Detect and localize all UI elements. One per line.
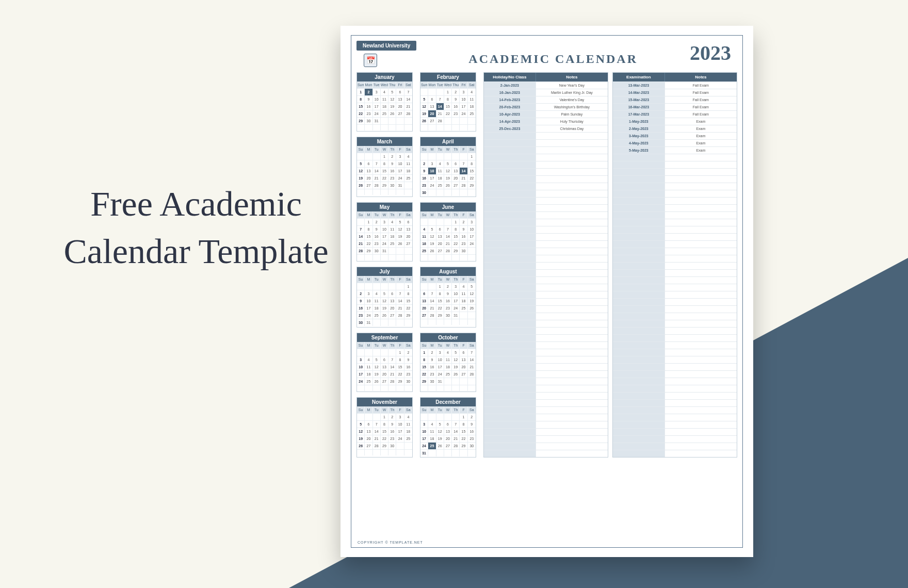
day-cell: 31 bbox=[365, 319, 372, 326]
day-cell: 14 bbox=[452, 428, 460, 435]
table-row bbox=[484, 320, 608, 327]
day-cell: 7 bbox=[357, 225, 365, 233]
note-cell: Washington's Birthday bbox=[536, 104, 608, 110]
day-cell: 15 bbox=[381, 167, 388, 174]
date-cell bbox=[613, 349, 665, 356]
day-cell: 9 bbox=[404, 356, 412, 363]
day-cell bbox=[365, 413, 372, 420]
day-cell: 15 bbox=[444, 103, 452, 110]
note-cell: Exam bbox=[665, 118, 737, 125]
day-cell: 27 bbox=[428, 117, 436, 124]
day-cell bbox=[460, 117, 467, 124]
days-grid: 1234567891011121314151617181920212223242… bbox=[420, 283, 476, 325]
day-cell: 26 bbox=[452, 370, 460, 378]
day-cell bbox=[460, 189, 467, 196]
table-row bbox=[613, 399, 737, 406]
table-row: 3-May-2023Exam bbox=[613, 132, 737, 139]
day-cell: 3 bbox=[357, 356, 365, 363]
day-cell: 5 bbox=[381, 290, 388, 297]
day-cell: 8 bbox=[381, 160, 388, 167]
dow-cell: Sa bbox=[468, 342, 476, 349]
header-left: Newland University 📅 bbox=[356, 41, 416, 67]
day-cell bbox=[452, 385, 460, 391]
day-cell bbox=[460, 385, 467, 391]
date-cell bbox=[613, 299, 665, 305]
day-cell bbox=[388, 247, 396, 254]
month-name: March bbox=[357, 137, 412, 146]
note-cell bbox=[665, 306, 737, 313]
day-cell: 4 bbox=[420, 225, 428, 233]
day-cell: 17 bbox=[373, 103, 381, 110]
dow-cell: Th bbox=[452, 276, 460, 283]
month-name: April bbox=[420, 137, 476, 146]
day-cell: 17 bbox=[396, 428, 404, 435]
day-cell: 23 bbox=[388, 174, 396, 182]
day-cell: 8 bbox=[460, 420, 467, 428]
table-row bbox=[484, 356, 608, 363]
day-cell bbox=[373, 319, 381, 326]
day-cell bbox=[428, 283, 436, 290]
day-cell: 30 bbox=[404, 378, 412, 385]
date-cell bbox=[484, 140, 536, 146]
table-row bbox=[613, 327, 737, 334]
note-cell bbox=[536, 277, 608, 284]
day-cell: 22 bbox=[420, 370, 428, 378]
table-row bbox=[484, 262, 608, 269]
day-cell bbox=[420, 254, 428, 260]
note-cell bbox=[665, 183, 737, 190]
day-cell: 8 bbox=[357, 95, 365, 103]
day-cell bbox=[468, 247, 476, 254]
day-cell: 9 bbox=[460, 225, 467, 233]
day-cell: 28 bbox=[357, 247, 365, 254]
day-cell: 24 bbox=[452, 304, 460, 312]
note-cell: Exam bbox=[665, 147, 737, 154]
day-cell: 6 bbox=[396, 88, 404, 95]
day-cell bbox=[420, 218, 428, 225]
day-cell: 7 bbox=[468, 349, 476, 356]
date-cell bbox=[484, 393, 536, 399]
day-cell: 16 bbox=[373, 233, 381, 240]
day-cell: 18 bbox=[365, 370, 372, 378]
day-cell bbox=[365, 349, 372, 356]
day-cell bbox=[388, 124, 396, 130]
day-cell: 17 bbox=[357, 370, 365, 378]
month-name: December bbox=[420, 398, 476, 406]
date-cell: 25-Dec-2023 bbox=[484, 125, 536, 132]
day-cell: 28 bbox=[404, 110, 412, 117]
day-cell: 9 bbox=[388, 160, 396, 167]
day-cell bbox=[373, 153, 381, 160]
day-cell bbox=[373, 413, 381, 420]
day-cell bbox=[452, 378, 460, 385]
day-cell bbox=[388, 319, 396, 326]
day-cell: 5 bbox=[357, 160, 365, 167]
day-cell bbox=[373, 385, 381, 391]
table-row bbox=[613, 219, 737, 226]
day-cell: 5 bbox=[468, 283, 476, 290]
day-cell bbox=[381, 189, 388, 195]
date-cell bbox=[613, 190, 665, 197]
dow-cell: Th bbox=[452, 342, 460, 349]
note-cell bbox=[536, 291, 608, 298]
day-cell: 19 bbox=[436, 435, 444, 442]
day-cell: 14 bbox=[373, 167, 381, 174]
table-row bbox=[613, 183, 737, 190]
table-row bbox=[484, 392, 608, 399]
day-cell bbox=[357, 189, 365, 195]
table-row: 13-Mar-2023Fall Exam bbox=[613, 81, 737, 89]
table-row bbox=[484, 276, 608, 284]
month-july: JulySuMTuWThFSa1234567891011121314151617… bbox=[356, 267, 413, 327]
day-cell: 13 bbox=[388, 297, 396, 304]
dow-cell: M bbox=[365, 276, 372, 283]
day-cell bbox=[373, 349, 381, 356]
dow-row: SuMTuWThFSa bbox=[420, 146, 476, 153]
dow-cell: M bbox=[428, 211, 436, 218]
day-cell bbox=[373, 254, 381, 260]
date-cell bbox=[613, 335, 665, 341]
date-cell: 1-May-2023 bbox=[613, 118, 665, 125]
dow-cell: W bbox=[444, 146, 452, 153]
day-cell bbox=[396, 247, 404, 254]
note-cell bbox=[536, 263, 608, 269]
day-cell bbox=[436, 449, 444, 456]
date-cell bbox=[484, 443, 536, 450]
day-cell: 24 bbox=[468, 240, 476, 247]
